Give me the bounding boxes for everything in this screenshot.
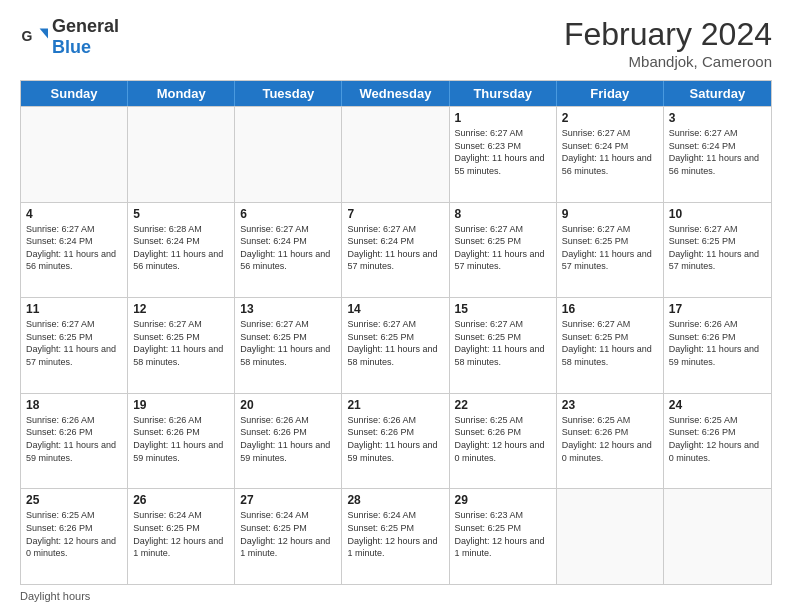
day-number: 18 [26,398,122,412]
calendar-day-9: 9Sunrise: 6:27 AM Sunset: 6:25 PM Daylig… [557,203,664,298]
calendar-day-27: 27Sunrise: 6:24 AM Sunset: 6:25 PM Dayli… [235,489,342,584]
svg-text:G: G [21,28,32,44]
day-info: Sunrise: 6:26 AM Sunset: 6:26 PM Dayligh… [347,414,443,464]
calendar-empty-0-0 [21,107,128,202]
day-number: 1 [455,111,551,125]
calendar-day-13: 13Sunrise: 6:27 AM Sunset: 6:25 PM Dayli… [235,298,342,393]
day-info: Sunrise: 6:25 AM Sunset: 6:26 PM Dayligh… [669,414,766,464]
day-number: 14 [347,302,443,316]
day-info: Sunrise: 6:27 AM Sunset: 6:25 PM Dayligh… [669,223,766,273]
day-number: 6 [240,207,336,221]
day-number: 17 [669,302,766,316]
day-number: 15 [455,302,551,316]
day-number: 28 [347,493,443,507]
header-cell-thursday: Thursday [450,81,557,106]
day-number: 9 [562,207,658,221]
calendar-header-row: SundayMondayTuesdayWednesdayThursdayFrid… [21,81,771,106]
calendar-day-22: 22Sunrise: 6:25 AM Sunset: 6:26 PM Dayli… [450,394,557,489]
header-cell-tuesday: Tuesday [235,81,342,106]
day-number: 26 [133,493,229,507]
location-subtitle: Mbandjok, Cameroon [564,53,772,70]
day-info: Sunrise: 6:27 AM Sunset: 6:25 PM Dayligh… [455,223,551,273]
day-number: 21 [347,398,443,412]
day-info: Sunrise: 6:25 AM Sunset: 6:26 PM Dayligh… [455,414,551,464]
calendar-week-3: 11Sunrise: 6:27 AM Sunset: 6:25 PM Dayli… [21,297,771,393]
logo-icon: G [20,23,48,51]
day-info: Sunrise: 6:26 AM Sunset: 6:26 PM Dayligh… [669,318,766,368]
calendar-day-20: 20Sunrise: 6:26 AM Sunset: 6:26 PM Dayli… [235,394,342,489]
calendar-day-5: 5Sunrise: 6:28 AM Sunset: 6:24 PM Daylig… [128,203,235,298]
header-cell-monday: Monday [128,81,235,106]
day-info: Sunrise: 6:26 AM Sunset: 6:26 PM Dayligh… [133,414,229,464]
calendar-day-14: 14Sunrise: 6:27 AM Sunset: 6:25 PM Dayli… [342,298,449,393]
calendar-day-21: 21Sunrise: 6:26 AM Sunset: 6:26 PM Dayli… [342,394,449,489]
day-number: 23 [562,398,658,412]
calendar-day-16: 16Sunrise: 6:27 AM Sunset: 6:25 PM Dayli… [557,298,664,393]
day-number: 24 [669,398,766,412]
day-info: Sunrise: 6:27 AM Sunset: 6:24 PM Dayligh… [240,223,336,273]
day-number: 12 [133,302,229,316]
day-info: Sunrise: 6:23 AM Sunset: 6:25 PM Dayligh… [455,509,551,559]
title-block: February 2024 Mbandjok, Cameroon [564,16,772,70]
day-number: 3 [669,111,766,125]
day-info: Sunrise: 6:26 AM Sunset: 6:26 PM Dayligh… [26,414,122,464]
day-info: Sunrise: 6:27 AM Sunset: 6:25 PM Dayligh… [562,223,658,273]
header: G GeneralBlue February 2024 Mbandjok, Ca… [20,16,772,70]
calendar-day-11: 11Sunrise: 6:27 AM Sunset: 6:25 PM Dayli… [21,298,128,393]
day-info: Sunrise: 6:24 AM Sunset: 6:25 PM Dayligh… [133,509,229,559]
calendar-day-23: 23Sunrise: 6:25 AM Sunset: 6:26 PM Dayli… [557,394,664,489]
calendar-day-2: 2Sunrise: 6:27 AM Sunset: 6:24 PM Daylig… [557,107,664,202]
calendar-day-15: 15Sunrise: 6:27 AM Sunset: 6:25 PM Dayli… [450,298,557,393]
calendar-day-6: 6Sunrise: 6:27 AM Sunset: 6:24 PM Daylig… [235,203,342,298]
calendar-day-17: 17Sunrise: 6:26 AM Sunset: 6:26 PM Dayli… [664,298,771,393]
calendar-empty-0-2 [235,107,342,202]
day-number: 20 [240,398,336,412]
calendar-day-24: 24Sunrise: 6:25 AM Sunset: 6:26 PM Dayli… [664,394,771,489]
calendar-day-4: 4Sunrise: 6:27 AM Sunset: 6:24 PM Daylig… [21,203,128,298]
day-number: 29 [455,493,551,507]
day-info: Sunrise: 6:25 AM Sunset: 6:26 PM Dayligh… [562,414,658,464]
calendar-day-28: 28Sunrise: 6:24 AM Sunset: 6:25 PM Dayli… [342,489,449,584]
calendar-day-19: 19Sunrise: 6:26 AM Sunset: 6:26 PM Dayli… [128,394,235,489]
calendar-day-26: 26Sunrise: 6:24 AM Sunset: 6:25 PM Dayli… [128,489,235,584]
logo: G GeneralBlue [20,16,119,58]
day-info: Sunrise: 6:27 AM Sunset: 6:24 PM Dayligh… [26,223,122,273]
day-number: 8 [455,207,551,221]
day-info: Sunrise: 6:27 AM Sunset: 6:24 PM Dayligh… [669,127,766,177]
day-info: Sunrise: 6:27 AM Sunset: 6:24 PM Dayligh… [562,127,658,177]
day-number: 4 [26,207,122,221]
day-info: Sunrise: 6:24 AM Sunset: 6:25 PM Dayligh… [240,509,336,559]
day-number: 27 [240,493,336,507]
calendar: SundayMondayTuesdayWednesdayThursdayFrid… [20,80,772,585]
calendar-week-5: 25Sunrise: 6:25 AM Sunset: 6:26 PM Dayli… [21,488,771,584]
day-number: 11 [26,302,122,316]
calendar-day-8: 8Sunrise: 6:27 AM Sunset: 6:25 PM Daylig… [450,203,557,298]
calendar-empty-0-3 [342,107,449,202]
day-number: 22 [455,398,551,412]
month-title: February 2024 [564,16,772,53]
day-number: 7 [347,207,443,221]
day-info: Sunrise: 6:27 AM Sunset: 6:25 PM Dayligh… [562,318,658,368]
header-cell-sunday: Sunday [21,81,128,106]
day-number: 5 [133,207,229,221]
calendar-day-1: 1Sunrise: 6:27 AM Sunset: 6:23 PM Daylig… [450,107,557,202]
calendar-empty-4-5 [557,489,664,584]
day-info: Sunrise: 6:27 AM Sunset: 6:24 PM Dayligh… [347,223,443,273]
day-info: Sunrise: 6:26 AM Sunset: 6:26 PM Dayligh… [240,414,336,464]
day-info: Sunrise: 6:24 AM Sunset: 6:25 PM Dayligh… [347,509,443,559]
svg-marker-1 [40,29,48,39]
day-info: Sunrise: 6:27 AM Sunset: 6:25 PM Dayligh… [133,318,229,368]
day-number: 19 [133,398,229,412]
calendar-day-10: 10Sunrise: 6:27 AM Sunset: 6:25 PM Dayli… [664,203,771,298]
page: G GeneralBlue February 2024 Mbandjok, Ca… [0,0,792,612]
calendar-day-3: 3Sunrise: 6:27 AM Sunset: 6:24 PM Daylig… [664,107,771,202]
calendar-day-25: 25Sunrise: 6:25 AM Sunset: 6:26 PM Dayli… [21,489,128,584]
footer-note: Daylight hours [20,590,772,602]
day-number: 16 [562,302,658,316]
calendar-week-2: 4Sunrise: 6:27 AM Sunset: 6:24 PM Daylig… [21,202,771,298]
day-number: 10 [669,207,766,221]
calendar-body: 1Sunrise: 6:27 AM Sunset: 6:23 PM Daylig… [21,106,771,584]
calendar-day-7: 7Sunrise: 6:27 AM Sunset: 6:24 PM Daylig… [342,203,449,298]
day-info: Sunrise: 6:27 AM Sunset: 6:25 PM Dayligh… [240,318,336,368]
calendar-day-18: 18Sunrise: 6:26 AM Sunset: 6:26 PM Dayli… [21,394,128,489]
